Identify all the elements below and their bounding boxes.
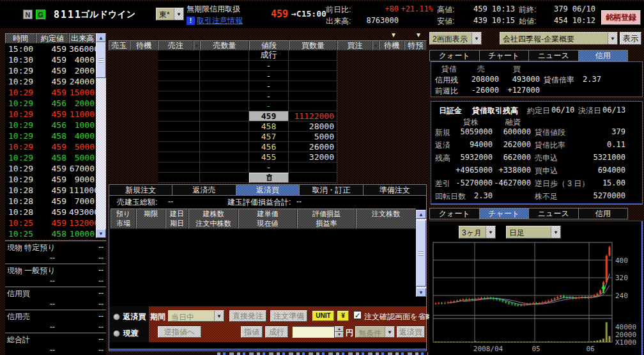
scrollbar-thumb[interactable] xyxy=(416,220,426,287)
positions-col-header[interactable]: 建日期日 xyxy=(165,209,188,229)
info-tab-bottom-2[interactable]: チャート xyxy=(479,208,529,219)
info-tab-bottom-1[interactable]: クォート xyxy=(429,208,479,219)
price-level[interactable]: - xyxy=(249,81,289,91)
price-level[interactable]: 456 xyxy=(249,142,289,152)
limit-button[interactable]: 指値 xyxy=(241,326,263,338)
svg-text:06: 06 xyxy=(586,345,594,353)
time-sales-col-header[interactable]: 時間 xyxy=(5,33,36,43)
radio-icon[interactable] xyxy=(113,330,120,337)
order-book-col-header[interactable]: 売玉 xyxy=(109,40,130,51)
info-tab-top-1[interactable]: クォート xyxy=(429,50,479,61)
chevron-down-icon[interactable]: ▼ xyxy=(194,40,200,51)
chevron-down-icon[interactable]: ▼ xyxy=(214,311,224,321)
unit-toggle-button[interactable]: UNIT xyxy=(312,311,334,321)
register-symbol-button[interactable]: 銘柄登録 xyxy=(601,10,641,25)
column-sort-arrow-icon[interactable]: ▼ xyxy=(415,31,422,38)
radio-icon[interactable] xyxy=(113,313,120,320)
margin-buy-balance: 493000 xyxy=(503,75,540,84)
order-tab-2[interactable]: 返済売 xyxy=(172,184,235,196)
order-tab-4[interactable]: 取消・訂正 xyxy=(299,184,362,196)
info-tab-bottom-4[interactable]: 信用 xyxy=(578,208,629,219)
trade-notice[interactable]: ! 取引注意情報 xyxy=(187,15,243,26)
price-level[interactable]: - xyxy=(249,71,289,81)
order-book-col-header[interactable]: 売数量 xyxy=(200,40,249,51)
settle-date-value: 06/13 xyxy=(602,106,625,114)
sell-order-cell xyxy=(158,111,200,122)
info-tab-top-2[interactable]: チャート xyxy=(479,50,529,61)
order-tab-1[interactable]: 新規注文 xyxy=(109,184,172,196)
price-level[interactable]: 457 xyxy=(249,132,289,142)
margin-ratio-value: 2.37 xyxy=(578,75,601,84)
time-sales-col-header[interactable]: 出来高 xyxy=(69,33,96,43)
order-tab-3[interactable]: 返済買 xyxy=(236,184,299,196)
repay-buy-radio[interactable]: 返済買 xyxy=(113,310,146,322)
price-level-selected[interactable]: 459 xyxy=(249,111,289,122)
order-prepare-button[interactable]: 注文準備 xyxy=(270,310,307,322)
order-book-col-header[interactable]: 特預 xyxy=(404,40,427,51)
condition-select[interactable]: 無条件▼ xyxy=(355,326,395,338)
scroll-down-icon[interactable]: ▼ xyxy=(96,229,106,238)
market-select[interactable]: 東*▼ xyxy=(156,8,184,20)
chevron-down-icon[interactable]: ▼ xyxy=(608,33,617,44)
price-level[interactable]: - xyxy=(249,61,289,71)
trade-notice-link[interactable]: 取引注意情報 xyxy=(197,15,243,26)
order-book-col-header[interactable]: 待機 xyxy=(130,40,158,51)
price-input[interactable] xyxy=(292,326,334,338)
content-select[interactable]: 会社四季報-企業概要▼ xyxy=(500,32,618,45)
stop-order-button[interactable]: 逆指値へ xyxy=(158,326,201,338)
display-mode-select[interactable]: 2画面表示▼ xyxy=(429,32,482,45)
trash-icon[interactable] xyxy=(249,173,289,183)
sell-order-cell xyxy=(158,51,200,61)
scroll-down-icon[interactable]: ▼ xyxy=(416,288,426,297)
price-stepper[interactable]: ▲ ▼ xyxy=(335,326,344,338)
chevron-down-icon[interactable]: ▼ xyxy=(174,8,183,20)
sell-order-cell xyxy=(158,162,200,173)
scroll-up-icon[interactable]: ▲ xyxy=(96,33,106,42)
positions-col-header[interactable]: 建株数注文中株数 xyxy=(188,209,238,229)
price-level[interactable]: 成行 xyxy=(249,51,289,61)
buy-qty-cell: 26000 xyxy=(289,142,337,152)
chevron-down-icon[interactable]: ▼ xyxy=(372,40,379,51)
price-level[interactable]: 455 xyxy=(249,152,289,162)
order-book-col-header[interactable]: 売注 xyxy=(158,40,194,51)
positions-col-header[interactable]: 預り市場 xyxy=(111,209,136,229)
positions-col-header[interactable]: 注文株数 xyxy=(356,209,416,229)
nisshokin-value: +338000 xyxy=(494,166,531,175)
market-button[interactable]: 成行 xyxy=(265,326,288,338)
yen-toggle-button[interactable]: ¥ xyxy=(337,311,349,321)
scroll-up-icon[interactable]: ▲ xyxy=(416,210,426,219)
price-level[interactable]: - xyxy=(249,162,289,173)
positions-col-header[interactable]: 評価損益損益率 xyxy=(297,209,356,229)
chevron-down-icon[interactable]: ▼ xyxy=(471,33,481,44)
nisshokin-value: 694000 xyxy=(562,166,625,175)
direct-order-button[interactable]: 直接発注 xyxy=(229,310,266,322)
submit-repay-buy-button[interactable]: 返済買 xyxy=(397,326,425,338)
order-book-col-header[interactable]: 買注 xyxy=(337,40,372,51)
order-tab-5[interactable]: 準備注文 xyxy=(363,184,427,196)
show-button[interactable]: 表示 xyxy=(620,32,641,45)
time-sales-col-header[interactable]: 約定値 xyxy=(36,33,69,43)
low-value: 439 10:15 xyxy=(466,16,515,25)
sell-order-cell xyxy=(158,101,200,111)
column-sort-arrow-icon[interactable]: ▼ xyxy=(390,31,397,38)
chevron-down-icon[interactable]: ▼ xyxy=(385,327,394,337)
order-book-col-header[interactable]: 買数量 xyxy=(289,40,337,51)
genwata-radio[interactable]: 現渡 xyxy=(113,327,138,339)
tick-row: 10:28459111000 xyxy=(5,185,106,196)
info-tab-top-4[interactable]: 信用 xyxy=(578,50,629,61)
scrollbar-track[interactable] xyxy=(96,78,106,229)
time-sales-scrollbar[interactable]: ▲ ▼ xyxy=(96,33,106,239)
scrollbar-thumb[interactable] xyxy=(96,42,106,78)
positions-scrollbar[interactable]: ▲ ▼ xyxy=(416,210,426,306)
price-level[interactable]: 458 xyxy=(249,122,289,132)
order-book-col-header[interactable]: 待機 xyxy=(379,40,404,51)
info-tab-top-3[interactable]: ニュース xyxy=(528,50,578,61)
price-level[interactable]: - xyxy=(249,91,289,102)
positions-col-header[interactable]: 期限 xyxy=(136,209,165,229)
skip-confirm-checkbox[interactable]: ✓ xyxy=(353,311,362,319)
info-tab-bottom-3[interactable]: ニュース xyxy=(528,208,578,219)
period-select[interactable]: 当日中▼ xyxy=(168,310,224,322)
price-level[interactable]: - xyxy=(249,101,289,111)
positions-col-header[interactable]: 建単価現在値 xyxy=(238,209,297,229)
sell-qty-cell xyxy=(200,61,249,71)
